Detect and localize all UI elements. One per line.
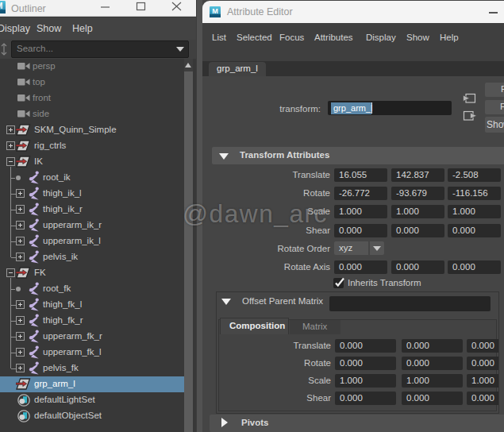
- svg-text:M: M: [212, 7, 218, 15]
